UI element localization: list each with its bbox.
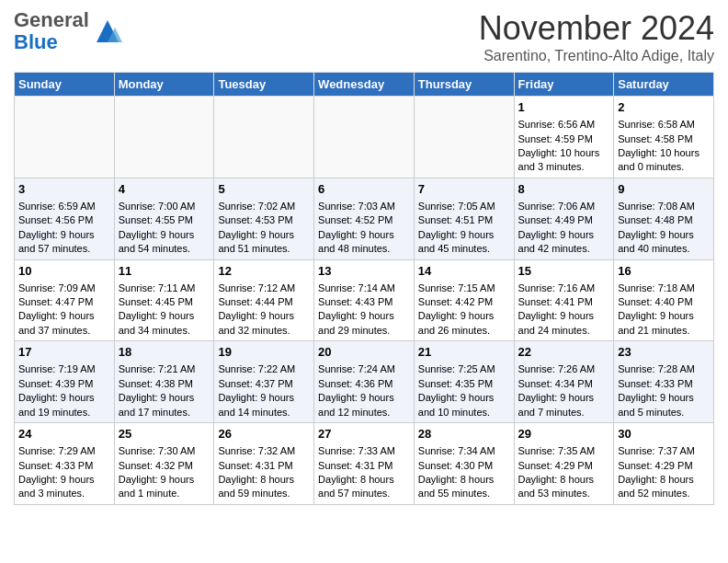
day-number: 2 bbox=[618, 99, 710, 116]
calendar-cell: 14Sunrise: 7:15 AMSunset: 4:42 PMDayligh… bbox=[414, 259, 514, 341]
day-info: Daylight: 9 hours and 40 minutes. bbox=[618, 228, 710, 257]
day-info: Daylight: 9 hours and 26 minutes. bbox=[418, 309, 510, 338]
day-number: 26 bbox=[218, 426, 310, 442]
day-info: Daylight: 10 hours and 0 minutes. bbox=[618, 146, 710, 175]
day-info: Sunrise: 7:34 AM bbox=[418, 444, 510, 458]
day-info: Sunset: 4:59 PM bbox=[518, 132, 610, 146]
day-number: 9 bbox=[618, 181, 710, 198]
header-row: SundayMondayTuesdayWednesdayThursdayFrid… bbox=[15, 73, 714, 97]
day-info: Sunrise: 7:28 AM bbox=[618, 362, 710, 376]
day-info: Sunrise: 7:32 AM bbox=[218, 444, 310, 458]
calendar-cell: 8Sunrise: 7:06 AMSunset: 4:49 PMDaylight… bbox=[514, 178, 614, 259]
calendar-cell: 1Sunrise: 6:56 AMSunset: 4:59 PMDaylight… bbox=[514, 97, 614, 178]
day-info: Sunrise: 7:25 AM bbox=[418, 362, 510, 376]
day-info: Sunrise: 7:21 AM bbox=[119, 362, 210, 376]
day-info: Sunrise: 7:06 AM bbox=[518, 200, 610, 213]
day-info: Daylight: 9 hours and 1 minute. bbox=[119, 473, 210, 501]
day-info: Daylight: 8 hours and 59 minutes. bbox=[218, 473, 310, 501]
day-info: Sunrise: 7:03 AM bbox=[318, 200, 410, 213]
day-info: Daylight: 9 hours and 57 minutes. bbox=[18, 228, 110, 257]
day-number: 15 bbox=[518, 263, 610, 280]
day-info: Sunrise: 7:08 AM bbox=[618, 200, 710, 213]
day-info: Daylight: 9 hours and 42 minutes. bbox=[518, 228, 610, 257]
day-number: 29 bbox=[518, 426, 610, 442]
calendar-cell: 20Sunrise: 7:24 AMSunset: 4:36 PMDayligh… bbox=[314, 341, 415, 423]
day-info: Sunrise: 6:58 AM bbox=[618, 118, 710, 132]
day-info: Sunset: 4:36 PM bbox=[318, 377, 410, 391]
day-info: Daylight: 9 hours and 37 minutes. bbox=[18, 309, 110, 338]
day-info: Sunset: 4:37 PM bbox=[218, 377, 310, 391]
calendar-cell: 12Sunrise: 7:12 AMSunset: 4:44 PMDayligh… bbox=[214, 259, 314, 341]
day-info: Sunset: 4:56 PM bbox=[18, 213, 110, 227]
calendar-cell: 21Sunrise: 7:25 AMSunset: 4:35 PMDayligh… bbox=[414, 341, 514, 423]
day-number: 3 bbox=[18, 181, 110, 198]
day-info: Daylight: 8 hours and 55 minutes. bbox=[418, 473, 510, 501]
day-info: Sunrise: 7:22 AM bbox=[218, 362, 310, 376]
day-info: Sunset: 4:51 PM bbox=[418, 213, 510, 227]
calendar-cell bbox=[314, 97, 415, 178]
calendar-cell: 13Sunrise: 7:14 AMSunset: 4:43 PMDayligh… bbox=[314, 259, 415, 341]
day-number: 18 bbox=[119, 344, 210, 361]
calendar-cell: 3Sunrise: 6:59 AMSunset: 4:56 PMDaylight… bbox=[15, 178, 115, 259]
day-info: Sunset: 4:29 PM bbox=[518, 459, 610, 473]
day-info: Daylight: 9 hours and 32 minutes. bbox=[218, 309, 310, 338]
day-info: Sunrise: 7:26 AM bbox=[518, 362, 610, 376]
day-info: Sunset: 4:55 PM bbox=[119, 213, 210, 227]
day-number: 24 bbox=[18, 426, 110, 442]
day-number: 25 bbox=[119, 426, 210, 442]
header: General Blue November 2024 Sarentino, Tr… bbox=[14, 9, 714, 64]
day-info: Sunrise: 7:35 AM bbox=[518, 444, 610, 458]
day-number: 1 bbox=[518, 99, 610, 116]
col-header-monday: Monday bbox=[114, 73, 214, 97]
day-info: Sunrise: 7:19 AM bbox=[18, 362, 110, 376]
day-number: 6 bbox=[318, 181, 410, 198]
calendar-cell: 11Sunrise: 7:11 AMSunset: 4:45 PMDayligh… bbox=[114, 259, 214, 341]
calendar-page: General Blue November 2024 Sarentino, Tr… bbox=[0, 0, 728, 514]
day-info: Daylight: 9 hours and 7 minutes. bbox=[518, 391, 610, 419]
calendar-cell bbox=[15, 97, 115, 178]
day-info: Sunrise: 7:16 AM bbox=[518, 282, 610, 295]
day-number: 17 bbox=[18, 344, 110, 361]
day-info: Daylight: 9 hours and 45 minutes. bbox=[418, 228, 510, 257]
col-header-sunday: Sunday bbox=[15, 73, 115, 97]
day-info: Daylight: 9 hours and 34 minutes. bbox=[119, 309, 210, 338]
day-number: 7 bbox=[418, 181, 510, 198]
title-area: November 2024 Sarentino, Trentino-Alto A… bbox=[479, 9, 714, 64]
calendar-cell: 24Sunrise: 7:29 AMSunset: 4:33 PMDayligh… bbox=[15, 423, 115, 505]
day-number: 28 bbox=[418, 426, 510, 442]
day-number: 14 bbox=[418, 263, 510, 280]
day-info: Sunrise: 7:12 AM bbox=[218, 282, 310, 295]
calendar-cell: 19Sunrise: 7:22 AMSunset: 4:37 PMDayligh… bbox=[214, 341, 314, 423]
day-info: Sunset: 4:41 PM bbox=[518, 295, 610, 309]
day-number: 30 bbox=[618, 426, 710, 442]
day-info: Sunset: 4:30 PM bbox=[418, 459, 510, 473]
day-info: Daylight: 9 hours and 17 minutes. bbox=[119, 391, 210, 419]
calendar-cell bbox=[414, 97, 514, 178]
calendar-cell: 27Sunrise: 7:33 AMSunset: 4:31 PMDayligh… bbox=[314, 423, 415, 505]
calendar-cell: 17Sunrise: 7:19 AMSunset: 4:39 PMDayligh… bbox=[15, 341, 115, 423]
week-row: 3Sunrise: 6:59 AMSunset: 4:56 PMDaylight… bbox=[15, 178, 714, 259]
day-info: Sunrise: 7:33 AM bbox=[318, 444, 410, 458]
day-info: Sunrise: 6:56 AM bbox=[518, 118, 610, 132]
calendar-cell: 9Sunrise: 7:08 AMSunset: 4:48 PMDaylight… bbox=[614, 178, 714, 259]
day-info: Sunset: 4:33 PM bbox=[18, 459, 110, 473]
col-header-friday: Friday bbox=[514, 73, 614, 97]
calendar-cell: 28Sunrise: 7:34 AMSunset: 4:30 PMDayligh… bbox=[414, 423, 514, 505]
calendar-cell: 10Sunrise: 7:09 AMSunset: 4:47 PMDayligh… bbox=[15, 259, 115, 341]
calendar-cell: 2Sunrise: 6:58 AMSunset: 4:58 PMDaylight… bbox=[614, 97, 714, 178]
day-number: 27 bbox=[318, 426, 410, 442]
col-header-saturday: Saturday bbox=[614, 73, 714, 97]
day-info: Daylight: 9 hours and 3 minutes. bbox=[18, 473, 110, 501]
calendar-cell bbox=[214, 97, 314, 178]
day-info: Daylight: 9 hours and 19 minutes. bbox=[18, 391, 110, 419]
day-number: 22 bbox=[518, 344, 610, 361]
day-info: Daylight: 8 hours and 57 minutes. bbox=[318, 473, 410, 501]
day-info: Daylight: 9 hours and 21 minutes. bbox=[618, 309, 710, 338]
week-row: 17Sunrise: 7:19 AMSunset: 4:39 PMDayligh… bbox=[15, 341, 714, 423]
day-info: Sunset: 4:40 PM bbox=[618, 295, 710, 309]
day-info: Sunset: 4:52 PM bbox=[318, 213, 410, 227]
day-info: Daylight: 9 hours and 5 minutes. bbox=[618, 391, 710, 419]
calendar-cell: 25Sunrise: 7:30 AMSunset: 4:32 PMDayligh… bbox=[114, 423, 214, 505]
day-info: Sunrise: 7:24 AM bbox=[318, 362, 410, 376]
day-info: Sunrise: 7:02 AM bbox=[218, 200, 310, 213]
